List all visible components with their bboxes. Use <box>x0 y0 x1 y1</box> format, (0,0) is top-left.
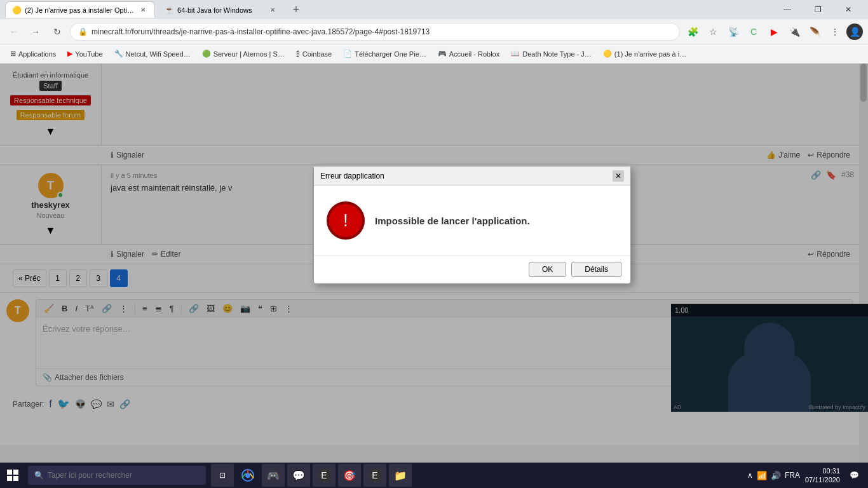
tab-2-title: 64-bit Java for Windows <box>177 6 264 14</box>
taskbar-files[interactable]: 📁 <box>389 464 412 487</box>
bookmark-je-narrive-label: (1) Je n'arrive pas à i… <box>614 50 686 58</box>
taskbar-search-bar[interactable]: 🔍 <box>28 466 206 485</box>
dialog-close-button[interactable]: ✕ <box>613 170 624 182</box>
bookmark-aternos[interactable]: 🟢 Serveur | Aternos | S… <box>197 46 290 62</box>
dialog-title: Erreur dapplication <box>320 172 384 180</box>
bookmark-je-narrive-icon: 🟡 <box>603 50 612 58</box>
menu-icon[interactable]: ⋮ <box>826 23 844 41</box>
dialog-message: Impossible de lancer l'application. <box>375 215 530 226</box>
ssl-icon: 🔒 <box>78 27 88 36</box>
browser-window: 🟡 (2) Je n'arrive pas à installer Opti… … <box>0 0 868 463</box>
tab-2-close[interactable]: ✕ <box>268 5 278 15</box>
error-dialog: Erreur dapplication ✕ ! Impossible de la… <box>313 166 631 284</box>
page-content: Étudiant en informatique Staff Responsab… <box>0 64 868 463</box>
reload-button[interactable]: ↻ <box>48 23 66 41</box>
dialog-title-bar: Erreur dapplication ✕ <box>314 166 630 186</box>
chrome-extensions-icon[interactable]: C <box>745 23 763 41</box>
bookmark-applications-icon: ⊞ <box>10 50 16 58</box>
bookmark-coinbase[interactable]: ₿ Coinbase <box>291 46 337 62</box>
bookmark-coinbase-label: Coinbase <box>302 50 332 58</box>
bookmark-applications[interactable]: ⊞ Applications <box>5 46 61 62</box>
bookmark-youtube-icon: ▶ <box>67 50 72 58</box>
bookmark-death-note-label: Death Note Type - J… <box>522 50 592 58</box>
system-tray: ∧ 📶 🔊 FRA <box>747 471 800 480</box>
svg-point-5 <box>245 473 250 478</box>
tab-2-favicon: ☕ <box>165 6 173 15</box>
minimize-button[interactable]: — <box>773 0 802 19</box>
bookmark-coinbase-icon: ₿ <box>296 50 300 58</box>
bookmark-je-narrive[interactable]: 🟡 (1) Je n'arrive pas à i… <box>598 46 691 62</box>
bookmark-aternos-label: Serveur | Aternos | S… <box>214 50 285 58</box>
title-bar: 🟡 (2) Je n'arrive pas à installer Opti… … <box>0 0 868 19</box>
start-button[interactable] <box>0 463 25 488</box>
network-icon[interactable]: 📶 <box>757 471 767 480</box>
details-button[interactable]: Détails <box>571 262 621 277</box>
bookmark-netcut-icon: 🔧 <box>114 50 123 58</box>
svg-rect-2 <box>7 476 12 481</box>
bookmark-netcut[interactable]: 🔧 Netcut, Wifi Speed… <box>109 46 196 62</box>
url-text: minecraft.fr/forum/threads/je-narrive-pa… <box>92 27 430 36</box>
browser-toolbar-icons: 🧩 ☆ 📡 C ▶ 🔌 🪶 ⋮ 👤 <box>684 23 863 41</box>
window-controls: — ❐ ✕ <box>773 0 863 19</box>
bookmark-one-piece-icon: 📄 <box>343 50 352 58</box>
error-icon: ! <box>327 201 365 240</box>
svg-rect-0 <box>7 470 12 475</box>
maximize-button[interactable]: ❐ <box>803 0 832 19</box>
bookmark-one-piece[interactable]: 📄 Télécharger One Pie… <box>338 46 431 62</box>
tab-1-close[interactable]: ✕ <box>138 5 148 15</box>
tab-2[interactable]: ☕ 64-bit Java for Windows ✕ <box>158 1 285 18</box>
tab-1-title: (2) Je n'arrive pas à installer Opti… <box>25 6 134 14</box>
taskbar: 🔍 ⊡ 🎮 💬 E 🎯 E 📁 <box>0 463 868 488</box>
back-button[interactable]: ← <box>5 23 23 41</box>
svg-rect-1 <box>13 470 18 475</box>
dialog-body: ! Impossible de lancer l'application. <box>314 186 630 255</box>
bookmarks-bar: ⊞ Applications ▶ YouTube 🔧 Netcut, Wifi … <box>0 44 868 64</box>
taskbar-apps: ⊡ 🎮 💬 E 🎯 E 📁 <box>211 464 412 487</box>
ok-button[interactable]: OK <box>529 262 566 277</box>
notification-button[interactable]: 💬 <box>845 466 863 484</box>
bookmark-roblox[interactable]: 🎮 Accueil - Roblox <box>433 46 505 62</box>
tray-up-icon[interactable]: ∧ <box>747 471 753 480</box>
bookmark-death-note[interactable]: 📖 Death Note Type - J… <box>506 46 597 62</box>
bookmark-roblox-icon: 🎮 <box>438 50 447 58</box>
address-bar: ← → ↻ 🔒 minecraft.fr/forum/threads/je-na… <box>0 19 868 44</box>
taskbar-roblox[interactable]: 🎮 <box>262 464 285 487</box>
dialog-footer: OK Détails <box>314 255 630 283</box>
task-view-button[interactable]: ⊡ <box>211 464 234 487</box>
search-icon: 🔍 <box>34 471 44 480</box>
url-bar[interactable]: 🔒 minecraft.fr/forum/threads/je-narrive-… <box>70 23 680 41</box>
taskbar-chrome[interactable] <box>236 464 259 487</box>
profile-icon[interactable]: 👤 <box>846 24 863 40</box>
taskbar-epic1[interactable]: E <box>313 464 336 487</box>
bookmark-netcut-label: Netcut, Wifi Speed… <box>126 50 191 58</box>
feather-icon[interactable]: 🪶 <box>806 23 824 41</box>
bookmark-death-note-icon: 📖 <box>511 50 520 58</box>
taskbar-right: ∧ 📶 🔊 FRA 00:31 07/11/2020 💬 <box>747 466 868 485</box>
volume-icon[interactable]: 🔊 <box>771 471 781 480</box>
bookmark-one-piece-label: Télécharger One Pie… <box>355 50 426 58</box>
bookmark-youtube-label: YouTube <box>75 50 102 58</box>
tab-1-favicon: 🟡 <box>12 6 21 15</box>
bookmark-aternos-icon: 🟢 <box>202 50 211 58</box>
bookmark-roblox-label: Accueil - Roblox <box>449 50 499 58</box>
cast-icon[interactable]: 📡 <box>724 23 742 41</box>
taskbar-date-display: 07/11/2020 <box>805 475 840 484</box>
puzzle-icon[interactable]: 🔌 <box>785 23 803 41</box>
dialog-overlay: Erreur dapplication ✕ ! Impossible de la… <box>0 64 868 463</box>
tab-1[interactable]: 🟡 (2) Je n'arrive pas à installer Opti… … <box>5 1 155 18</box>
extensions-icon[interactable]: 🧩 <box>684 23 702 41</box>
bookmark-applications-label: Applications <box>18 50 56 58</box>
taskbar-discord[interactable]: 💬 <box>287 464 310 487</box>
taskbar-search-input[interactable] <box>48 471 200 480</box>
bookmark-star-icon[interactable]: ☆ <box>704 23 722 41</box>
taskbar-clock[interactable]: 00:31 07/11/2020 <box>805 466 840 485</box>
taskbar-epic2[interactable]: E <box>363 464 386 487</box>
svg-rect-3 <box>13 476 18 481</box>
bookmark-youtube[interactable]: ▶ YouTube <box>62 46 107 62</box>
taskbar-game[interactable]: 🎯 <box>338 464 361 487</box>
forward-button[interactable]: → <box>27 23 44 41</box>
language-indicator: FRA <box>785 471 800 480</box>
close-button[interactable]: ✕ <box>834 0 863 19</box>
youtube-icon[interactable]: ▶ <box>765 23 783 41</box>
new-tab-button[interactable]: + <box>287 1 305 18</box>
